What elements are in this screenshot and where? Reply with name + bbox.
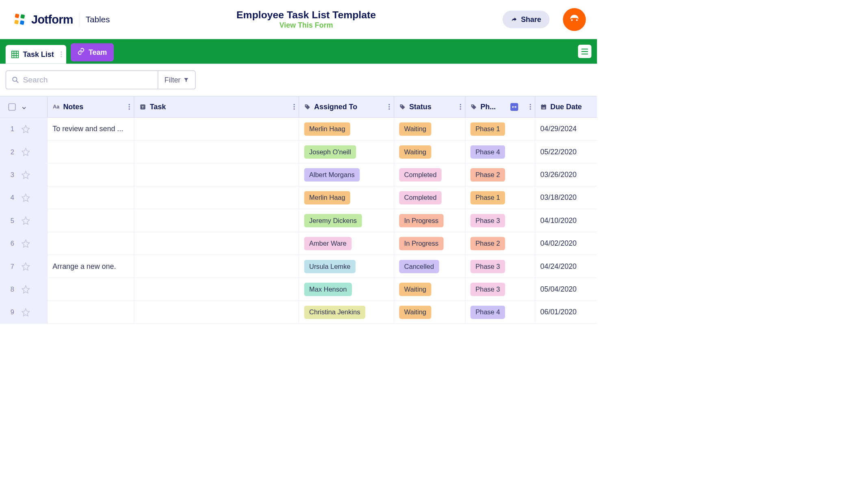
- avatar[interactable]: [563, 8, 586, 31]
- view-form-link[interactable]: View This Form: [110, 21, 502, 30]
- cell-phase[interactable]: Phase 1: [465, 186, 535, 209]
- cell-phase[interactable]: Phase 3: [465, 209, 535, 232]
- cell-notes[interactable]: [48, 186, 134, 209]
- star-icon[interactable]: [21, 124, 30, 133]
- cell-due-date[interactable]: 03/18/2020: [535, 186, 597, 209]
- table-row[interactable]: 9Christina JenkinsWaitingPhase 406/01/20…: [0, 301, 597, 324]
- cell-status[interactable]: In Progress: [394, 209, 465, 232]
- star-icon[interactable]: [21, 308, 30, 317]
- cell-phase[interactable]: Phase 4: [465, 141, 535, 163]
- cell-notes[interactable]: To review and send ...: [48, 118, 134, 141]
- cell-notes[interactable]: [48, 232, 134, 255]
- cell-status[interactable]: Waiting: [394, 141, 465, 163]
- cell-task[interactable]: [134, 301, 299, 324]
- column-header-notes[interactable]: Aa Notes: [48, 96, 134, 117]
- cell-assigned-to[interactable]: Joseph O'neill: [299, 141, 394, 163]
- cell-phase[interactable]: Phase 4: [465, 301, 535, 324]
- tab-team[interactable]: Team: [71, 43, 114, 62]
- cell-task[interactable]: [134, 278, 299, 301]
- search-input[interactable]: [23, 76, 152, 84]
- cell-assigned-to[interactable]: Amber Ware: [299, 232, 394, 255]
- table-row[interactable]: 5Jeremy DickensIn ProgressPhase 304/10/2…: [0, 209, 597, 232]
- star-icon[interactable]: [21, 262, 30, 271]
- cell-assigned-to[interactable]: Jeremy Dickens: [299, 209, 394, 232]
- column-header-assigned-to[interactable]: Assigned To: [299, 96, 394, 117]
- cell-due-date[interactable]: 05/04/2020: [535, 278, 597, 301]
- cell-assigned-to[interactable]: Max Henson: [299, 278, 394, 301]
- cell-assigned-to[interactable]: Albert Morgans: [299, 163, 394, 186]
- cell-notes[interactable]: [48, 163, 134, 186]
- cell-status[interactable]: Waiting: [394, 301, 465, 324]
- logo-subtitle[interactable]: Tables: [86, 15, 110, 24]
- table-row[interactable]: 3Albert MorgansCompletedPhase 203/26/202…: [0, 163, 597, 186]
- column-menu-icon[interactable]: [460, 104, 461, 110]
- expand-column-icon[interactable]: [510, 103, 518, 110]
- column-menu-icon[interactable]: [128, 104, 130, 110]
- cell-task[interactable]: [134, 209, 299, 232]
- table-row[interactable]: 7Arrange a new one.Ursula LemkeCancelled…: [0, 255, 597, 278]
- tab-menu-icon[interactable]: [58, 52, 61, 57]
- cell-task[interactable]: [134, 163, 299, 186]
- cell-task[interactable]: [134, 118, 299, 141]
- cell-assigned-to[interactable]: Merlin Haag: [299, 186, 394, 209]
- share-button[interactable]: Share: [502, 11, 549, 28]
- cell-assigned-to[interactable]: Christina Jenkins: [299, 301, 394, 324]
- cell-due-date[interactable]: 04/29/2024: [535, 118, 597, 141]
- cell-status[interactable]: In Progress: [394, 232, 465, 255]
- column-header-due-date[interactable]: 10 Due Date: [535, 96, 597, 117]
- cell-task[interactable]: [134, 255, 299, 278]
- column-menu-icon[interactable]: [293, 104, 295, 110]
- star-icon[interactable]: [21, 239, 30, 248]
- column-menu-icon[interactable]: [529, 104, 531, 110]
- cell-notes[interactable]: [48, 209, 134, 232]
- cell-phase[interactable]: Phase 2: [465, 232, 535, 255]
- star-icon[interactable]: [21, 170, 30, 179]
- table-row[interactable]: 6Amber WareIn ProgressPhase 204/02/2020: [0, 232, 597, 255]
- cell-notes[interactable]: [48, 141, 134, 163]
- phase-pill: Phase 4: [471, 145, 505, 158]
- star-icon[interactable]: [21, 193, 30, 202]
- table-row[interactable]: 1To review and send ...Merlin HaagWaitin…: [0, 118, 597, 141]
- table-row[interactable]: 8Max HensonWaitingPhase 305/04/2020: [0, 278, 597, 301]
- column-header-task[interactable]: T Task: [134, 96, 299, 117]
- cell-assigned-to[interactable]: Ursula Lemke: [299, 255, 394, 278]
- row-gutter: 2: [0, 141, 48, 163]
- star-icon[interactable]: [21, 216, 30, 225]
- cell-status[interactable]: Cancelled: [394, 255, 465, 278]
- table-row[interactable]: 2Joseph O'neillWaitingPhase 405/22/2020: [0, 141, 597, 163]
- cell-notes[interactable]: Arrange a new one.: [48, 255, 134, 278]
- cell-due-date[interactable]: 04/02/2020: [535, 232, 597, 255]
- cell-phase[interactable]: Phase 2: [465, 163, 535, 186]
- search-field[interactable]: [6, 71, 158, 89]
- tab-task-list[interactable]: Task List: [6, 45, 66, 64]
- cell-notes[interactable]: [48, 301, 134, 324]
- cell-due-date[interactable]: 04/24/2020: [535, 255, 597, 278]
- cell-task[interactable]: [134, 141, 299, 163]
- cell-notes[interactable]: [48, 278, 134, 301]
- table-row[interactable]: 4Merlin HaagCompletedPhase 103/18/2020: [0, 186, 597, 209]
- filter-button[interactable]: Filter: [158, 71, 195, 89]
- logo[interactable]: Jotform: [13, 13, 73, 26]
- cell-phase[interactable]: Phase 3: [465, 255, 535, 278]
- cell-task[interactable]: [134, 186, 299, 209]
- chevron-down-icon[interactable]: [21, 104, 27, 110]
- cell-status[interactable]: Waiting: [394, 278, 465, 301]
- star-icon[interactable]: [21, 147, 30, 156]
- cell-due-date[interactable]: 05/22/2020: [535, 141, 597, 163]
- cell-status[interactable]: Completed: [394, 186, 465, 209]
- cell-due-date[interactable]: 03/26/2020: [535, 163, 597, 186]
- cell-status[interactable]: Waiting: [394, 118, 465, 141]
- cell-phase[interactable]: Phase 1: [465, 118, 535, 141]
- select-all-checkbox[interactable]: [9, 103, 16, 110]
- column-header-phase[interactable]: Ph...: [465, 96, 535, 117]
- cell-status[interactable]: Completed: [394, 163, 465, 186]
- column-menu-icon[interactable]: [388, 104, 390, 110]
- star-icon[interactable]: [21, 285, 30, 294]
- cell-assigned-to[interactable]: Merlin Haag: [299, 118, 394, 141]
- column-header-status[interactable]: Status: [394, 96, 465, 117]
- cell-phase[interactable]: Phase 3: [465, 278, 535, 301]
- menu-button[interactable]: [578, 45, 591, 58]
- cell-due-date[interactable]: 04/10/2020: [535, 209, 597, 232]
- cell-task[interactable]: [134, 232, 299, 255]
- cell-due-date[interactable]: 06/01/2020: [535, 301, 597, 324]
